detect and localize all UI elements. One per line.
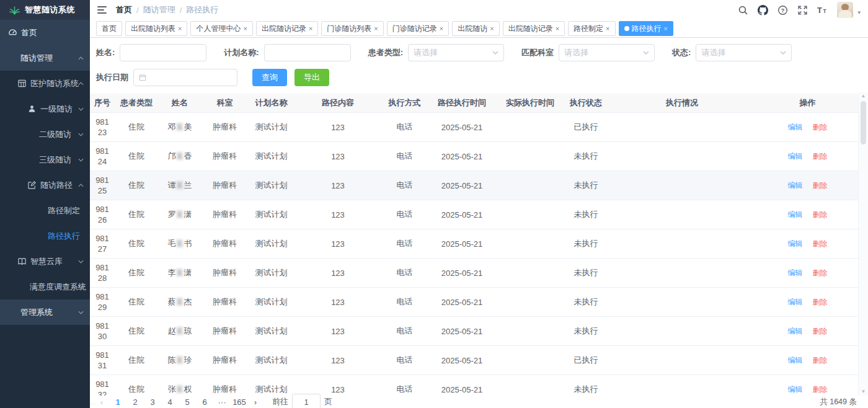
plan-input[interactable] — [264, 44, 351, 61]
breadcrumb-item[interactable]: 随访管理 — [143, 4, 175, 16]
fullscreen-icon[interactable] — [797, 5, 808, 16]
scrollbar-thumb[interactable] — [861, 101, 866, 144]
exec-date-input[interactable] — [133, 69, 237, 86]
edit-link[interactable]: 编辑 — [788, 385, 803, 394]
table-row[interactable]: 98130住院赵某琼肿瘤科测试计划123电话2025-05-21未执行编辑删除 — [90, 317, 859, 346]
tab-9[interactable]: 路径执行× — [619, 21, 673, 36]
edit-link[interactable]: 编辑 — [788, 210, 803, 219]
export-button[interactable]: 导出 — [294, 69, 329, 86]
avatar[interactable] — [837, 2, 853, 18]
edit-link[interactable]: 编辑 — [788, 356, 803, 365]
patient-type-select[interactable]: 请选择 — [408, 44, 504, 61]
sidebar-item-2[interactable]: 医护随访系统 — [0, 71, 90, 96]
close-icon[interactable]: × — [664, 25, 668, 32]
close-icon[interactable]: × — [440, 25, 443, 32]
close-icon[interactable]: × — [490, 25, 494, 32]
github-icon[interactable] — [758, 5, 768, 16]
search-icon[interactable] — [738, 5, 748, 16]
delete-link[interactable]: 删除 — [813, 152, 828, 161]
tab-3[interactable]: 出院随访记录× — [256, 21, 318, 36]
dashboard-icon — [8, 28, 17, 37]
table-scrollbar[interactable]: ▲ ▼ — [858, 92, 868, 396]
edit-link[interactable]: 编辑 — [788, 268, 803, 277]
cell-content: 123 — [294, 298, 381, 307]
table-row[interactable]: 98123住院邓某美肿瘤科测试计划123电话2025-05-21已执行编辑删除 — [90, 113, 859, 142]
sidebar-item-8[interactable]: 路径执行 — [0, 223, 90, 249]
table-row[interactable]: 98131住院陈某珍肿瘤科测试计划123电话2025-05-21已执行编辑删除 — [90, 346, 859, 375]
tab-4[interactable]: 门诊随访列表× — [321, 21, 383, 36]
prev-page-icon[interactable]: ‹ — [96, 397, 107, 407]
edit-link[interactable]: 编辑 — [788, 181, 803, 190]
edit-link[interactable]: 编辑 — [788, 298, 803, 306]
hamburger-icon[interactable] — [97, 6, 107, 14]
page-number[interactable]: 1 — [111, 397, 125, 407]
table-row[interactable]: 98124住院邝某香肿瘤科测试计划123电话2025-05-21未执行编辑删除 — [90, 142, 859, 171]
sidebar-item-1[interactable]: 随访管理 — [0, 45, 90, 71]
close-icon[interactable]: × — [606, 25, 609, 32]
edit-link[interactable]: 编辑 — [788, 123, 803, 131]
delete-link[interactable]: 删除 — [813, 123, 828, 131]
tab-0[interactable]: 首页 — [96, 21, 122, 36]
page-number[interactable]: 4 — [163, 397, 177, 407]
next-page-icon[interactable]: › — [250, 397, 261, 407]
sidebar-item-0[interactable]: 首页 — [0, 20, 90, 45]
sidebar-item-6[interactable]: 随访路径 — [0, 172, 90, 198]
breadcrumb-item[interactable]: 首页 — [116, 4, 132, 16]
table-row[interactable]: 98129住院蔡某杰肿瘤科测试计划123电话2025-05-21未执行编辑删除 — [90, 288, 859, 317]
avatar-caret-down-icon[interactable]: ▾ — [857, 9, 861, 16]
breadcrumb-item[interactable]: 路径执行 — [186, 4, 218, 16]
table-row[interactable]: 98126住院罗某潇肿瘤科测试计划123电话2025-05-21未执行编辑删除 — [90, 200, 859, 229]
close-icon[interactable]: × — [309, 25, 312, 32]
sidebar-item-3[interactable]: 一级随访 — [0, 96, 90, 122]
font-size-icon[interactable]: TT — [817, 5, 828, 16]
column-header-situation: 执行情况 — [608, 97, 756, 109]
close-icon[interactable]: × — [556, 25, 559, 32]
page-number[interactable]: 3 — [146, 397, 159, 407]
delete-link[interactable]: 删除 — [813, 327, 828, 335]
table-row[interactable]: 98128住院李某潇肿瘤科测试计划123电话2025-05-21未执行编辑删除 — [90, 259, 859, 288]
edit-link[interactable]: 编辑 — [788, 239, 803, 248]
edit-link[interactable]: 编辑 — [788, 327, 803, 335]
page-number[interactable]: 165 — [232, 397, 246, 407]
tab-7[interactable]: 出院随访记录× — [503, 21, 565, 36]
sidebar-item-5[interactable]: 三级随访 — [0, 147, 90, 172]
scroll-up-icon[interactable]: ▲ — [861, 92, 866, 100]
goto-page-input[interactable] — [292, 394, 321, 408]
close-icon[interactable]: × — [374, 25, 378, 32]
delete-link[interactable]: 删除 — [813, 268, 828, 277]
page-number[interactable]: 6 — [198, 397, 211, 407]
tab-8[interactable]: 路径制定× — [568, 21, 615, 36]
tab-2[interactable]: 个人管理中心× — [190, 21, 252, 36]
sidebar-item-10[interactable]: 满意度调查系统 — [0, 274, 90, 299]
patient-name: 李 — [168, 268, 176, 277]
delete-link[interactable]: 删除 — [813, 181, 828, 190]
page-number[interactable]: 2 — [128, 397, 142, 407]
sidebar-item-11[interactable]: 管理系统 — [0, 299, 90, 325]
more-pages-icon[interactable]: ··· — [215, 397, 229, 407]
tab-5[interactable]: 门诊随访记录× — [387, 21, 449, 36]
tab-1[interactable]: 出院随访列表× — [125, 21, 187, 36]
delete-link[interactable]: 删除 — [813, 356, 828, 365]
edit-link[interactable]: 编辑 — [788, 152, 803, 161]
table-row[interactable]: 98125住院谭某兰肿瘤科测试计划123电话2025-05-21未执行编辑删除 — [90, 171, 859, 200]
delete-link[interactable]: 删除 — [813, 298, 828, 306]
close-icon[interactable]: × — [178, 25, 182, 32]
dept-select[interactable]: 请选择 — [559, 44, 655, 61]
sidebar-item-9[interactable]: 智慧云库 — [0, 249, 90, 274]
delete-link[interactable]: 删除 — [813, 210, 828, 219]
name-input[interactable] — [120, 44, 206, 61]
breadcrumb: 首页/随访管理/路径执行 — [116, 4, 218, 16]
close-icon[interactable]: × — [243, 25, 247, 32]
status-select[interactable]: 请选择 — [696, 44, 792, 61]
search-button[interactable]: 查询 — [252, 69, 287, 86]
scroll-down-icon[interactable]: ▼ — [861, 388, 866, 396]
sidebar-item-7[interactable]: 路径制定 — [0, 198, 90, 223]
delete-link[interactable]: 删除 — [813, 239, 828, 248]
cell-dept: 肿瘤科 — [202, 180, 248, 191]
tab-6[interactable]: 出院随访× — [452, 21, 499, 36]
sidebar-item-4[interactable]: 二级随访 — [0, 122, 90, 147]
table-row[interactable]: 98127住院毛某书肿瘤科测试计划123电话2025-05-21未执行编辑删除 — [90, 229, 859, 259]
delete-link[interactable]: 删除 — [813, 385, 828, 394]
page-number[interactable]: 5 — [180, 397, 194, 407]
help-icon[interactable]: ? — [777, 5, 788, 16]
